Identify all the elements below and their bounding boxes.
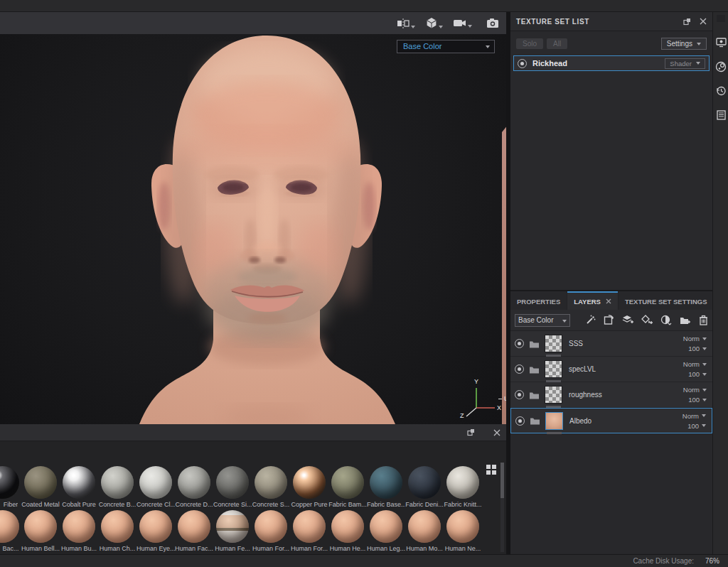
float-panel-icon[interactable] <box>683 18 691 26</box>
shelf-material-item[interactable]: Cobalt Pure <box>60 466 98 508</box>
material-sphere <box>331 466 364 499</box>
shelf-material-item[interactable]: Concrete Cl... <box>136 466 175 508</box>
float-panel-icon[interactable] <box>467 428 475 436</box>
layer-row[interactable]: Albedo Norm 100 <box>510 408 712 433</box>
shelf-material-item[interactable]: Human Mo... <box>405 510 444 552</box>
layer-thumbnail[interactable] <box>545 335 562 352</box>
blend-mode-dropdown[interactable]: Norm <box>683 335 707 342</box>
tab-close-icon[interactable] <box>606 298 611 304</box>
layer-name: roughness <box>569 391 602 399</box>
shelf-material-item[interactable]: Human Ch... <box>98 510 136 552</box>
shelf-material-item[interactable]: Human Eye... <box>136 510 175 552</box>
add-mask-icon[interactable] <box>660 315 672 325</box>
opacity-dropdown[interactable]: 100 <box>688 345 707 352</box>
shelf-material-item[interactable]: Human He... <box>328 510 367 552</box>
chevron-down-icon <box>702 414 706 417</box>
shelf-material-item[interactable]: Fabric Bam... <box>328 466 367 508</box>
shelf-material-item[interactable]: Human For... <box>290 510 328 552</box>
display-settings-icon[interactable] <box>713 32 728 53</box>
close-panel-icon[interactable] <box>700 18 707 25</box>
layer-row[interactable]: specLVL Norm 100 <box>510 357 712 382</box>
viewport-channel-selector[interactable]: Base Color <box>397 40 495 53</box>
shelf-material-item[interactable]: Concrete Si... <box>213 466 252 508</box>
layer-visibility-toggle[interactable] <box>515 364 524 374</box>
material-sphere <box>331 510 364 543</box>
add-group-folder-icon[interactable] <box>680 315 691 325</box>
blend-mode-dropdown[interactable]: Norm <box>683 360 707 368</box>
projection-mode-button[interactable] <box>425 17 443 29</box>
history-icon[interactable] <box>713 80 728 102</box>
solo-button[interactable]: Solo <box>516 38 543 49</box>
add-fill-layer-icon[interactable] <box>641 315 653 325</box>
shelf-material-item[interactable]: Fabric Knitt... <box>444 466 482 508</box>
blend-mode-dropdown[interactable]: Norm <box>683 386 707 394</box>
camera-view-button[interactable] <box>453 18 472 28</box>
material-label: Concrete S... <box>252 501 290 508</box>
texture-set-name: Rickhead <box>532 59 665 68</box>
channel-filter-value: Base Color <box>518 316 553 324</box>
settings-dropdown[interactable]: Settings <box>661 38 707 50</box>
texture-set-row[interactable]: Rickhead Shader <box>513 55 710 71</box>
shelf-material-item[interactable]: Fiber <box>0 466 21 508</box>
shader-dropdown[interactable]: Shader <box>665 58 705 69</box>
shelf-material-item[interactable]: Concrete D... <box>175 466 213 508</box>
material-label: Human Ch... <box>100 545 136 552</box>
close-panel-icon[interactable] <box>493 429 500 436</box>
shelf-scrollbar[interactable] <box>500 463 504 552</box>
chevron-down-icon <box>486 45 490 48</box>
texture-set-visibility-toggle[interactable] <box>518 59 527 68</box>
shelf-panel-header <box>0 424 506 441</box>
shader-settings-icon[interactable] <box>713 56 728 77</box>
shelf-material-item[interactable]: Human For... <box>252 510 290 552</box>
layer-visibility-toggle[interactable] <box>515 390 524 399</box>
material-sphere <box>0 510 19 543</box>
add-layer-icon[interactable] <box>622 315 633 325</box>
opacity-dropdown[interactable]: 100 <box>688 396 707 404</box>
layer-thumbnail[interactable] <box>545 360 562 378</box>
shelf-material-item[interactable]: Concrete S... <box>252 466 290 508</box>
right-dock: TEXTURE SET LIST Solo All Settings Rickh… <box>510 12 712 554</box>
shelf-material-item[interactable]: Copper Pure <box>290 466 328 508</box>
grid-view-icon[interactable] <box>486 465 496 475</box>
tab-label: PROPERTIES <box>517 298 560 306</box>
shelf-material-item[interactable]: Human Bu... <box>60 510 98 552</box>
all-button[interactable]: All <box>547 38 567 49</box>
shelf-material-item[interactable]: Coated Metal <box>21 466 60 508</box>
channel-filter-dropdown[interactable]: Base Color <box>515 314 570 327</box>
tab-label: TEXTURE SET SETTINGS <box>625 298 707 306</box>
shelf-scrollbar-thumb[interactable] <box>500 463 504 498</box>
symmetry-icon <box>396 18 410 29</box>
axis-label-y: Y <box>474 378 478 385</box>
shelf-material-item[interactable]: Human Fac... <box>175 510 213 552</box>
layer-thumbnail[interactable] <box>545 386 562 404</box>
shelf-material-item[interactable]: Human Bell... <box>21 510 60 552</box>
shelf-material-item[interactable]: Human Ne... <box>444 510 482 552</box>
tab-properties[interactable]: PROPERTIES <box>510 291 567 310</box>
shelf-material-item[interactable]: Human Leg... <box>367 510 405 552</box>
add-effect-wand-icon[interactable] <box>585 315 596 325</box>
material-label: Fiber <box>4 501 18 508</box>
shelf-material-item[interactable]: Fabric Deni... <box>405 466 444 508</box>
add-smart-material-icon[interactable] <box>604 315 614 325</box>
opacity-dropdown[interactable]: 100 <box>688 370 707 378</box>
shelf-material-item[interactable]: Human Fe... <box>213 510 252 552</box>
layer-thumbnail[interactable] <box>545 412 563 430</box>
material-sphere <box>101 510 134 543</box>
tab-texture-set-settings[interactable]: TEXTURE SET SETTINGS <box>619 291 714 310</box>
layer-visibility-toggle[interactable] <box>515 416 525 426</box>
layer-row[interactable]: roughness Norm 100 <box>510 382 712 408</box>
screenshot-button[interactable] <box>486 18 499 28</box>
blend-mode-dropdown[interactable]: Norm <box>682 412 706 420</box>
shelf-material-item[interactable]: Bac... <box>0 510 21 552</box>
symmetry-tool-button[interactable] <box>396 18 415 29</box>
tab-layers[interactable]: LAYERS <box>567 291 618 310</box>
layer-row[interactable]: SSS Norm 100 <box>510 331 712 357</box>
viewport-3d[interactable]: Base Color Y X Z <box>0 34 506 424</box>
opacity-dropdown[interactable]: 100 <box>687 422 706 430</box>
layer-visibility-toggle[interactable] <box>515 339 524 348</box>
log-icon[interactable] <box>713 104 728 126</box>
shelf-material-item[interactable]: Concrete B... <box>98 466 136 508</box>
chevron-down-icon <box>702 373 707 376</box>
shelf-material-item[interactable]: Fabric Base... <box>367 466 405 508</box>
delete-layer-icon[interactable] <box>699 315 708 325</box>
